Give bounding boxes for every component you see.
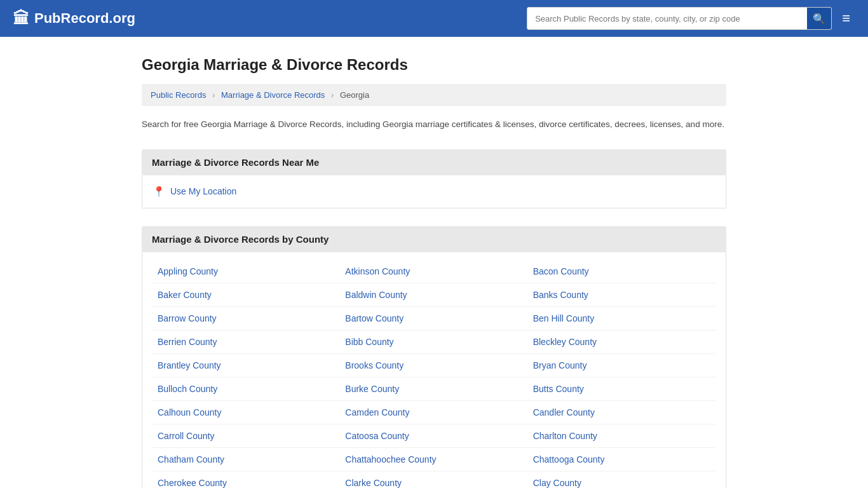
- county-cell: Clay County: [528, 471, 715, 488]
- county-row: Chatham CountyChattahoochee CountyChatto…: [153, 448, 715, 471]
- county-link[interactable]: Ben Hill County: [533, 313, 595, 323]
- near-me-content: 📍 Use My Location: [142, 175, 726, 208]
- page-title: Georgia Marriage & Divorce Records: [142, 56, 726, 74]
- county-cell: Bibb County: [340, 330, 527, 353]
- near-me-section-header: Marriage & Divorce Records Near Me: [142, 149, 726, 175]
- breadcrumb-georgia: Georgia: [340, 90, 369, 100]
- county-link[interactable]: Brooks County: [345, 360, 403, 370]
- hamburger-button[interactable]: ≡: [837, 8, 855, 29]
- county-section: Marriage & Divorce Records by County App…: [142, 226, 726, 488]
- county-cell: Bacon County: [528, 260, 715, 283]
- county-link[interactable]: Chatham County: [158, 454, 224, 464]
- county-cell: Calhoun County: [153, 401, 340, 424]
- county-row: Baker CountyBaldwin CountyBanks County: [153, 283, 715, 307]
- county-cell: Carroll County: [153, 424, 340, 447]
- county-cell: Barrow County: [153, 307, 340, 330]
- county-cell: Chattooga County: [528, 448, 715, 471]
- county-cell: Cherokee County: [153, 471, 340, 488]
- county-cell: Baldwin County: [340, 283, 527, 306]
- main-content: Georgia Marriage & Divorce Records Publi…: [129, 37, 739, 488]
- county-cell: Candler County: [528, 401, 715, 424]
- hamburger-icon: ≡: [842, 10, 850, 26]
- county-cell: Brantley County: [153, 354, 340, 377]
- county-cell: Burke County: [340, 377, 527, 400]
- county-cell: Bleckley County: [528, 330, 715, 353]
- county-link[interactable]: Brantley County: [158, 360, 221, 370]
- county-cell: Bartow County: [340, 307, 527, 330]
- county-cell: Brooks County: [340, 354, 527, 377]
- county-row: Berrien CountyBibb CountyBleckley County: [153, 330, 715, 354]
- county-link[interactable]: Bartow County: [345, 313, 403, 323]
- county-link[interactable]: Berrien County: [158, 337, 217, 347]
- site-logo[interactable]: 🏛 PubRecord.org: [13, 9, 135, 29]
- county-cell: Appling County: [153, 260, 340, 283]
- county-link[interactable]: Barrow County: [158, 313, 217, 323]
- county-cell: Ben Hill County: [528, 307, 715, 330]
- county-cell: Baker County: [153, 283, 340, 306]
- county-link[interactable]: Charlton County: [533, 431, 597, 441]
- county-cell: Banks County: [528, 283, 715, 306]
- logo-text: PubRecord.org: [34, 10, 135, 27]
- county-row: Bulloch CountyBurke CountyButts County: [153, 377, 715, 401]
- county-link[interactable]: Chattooga County: [533, 454, 605, 464]
- county-cell: Butts County: [528, 377, 715, 400]
- breadcrumb-sep-1: ›: [212, 90, 215, 100]
- county-link[interactable]: Cherokee County: [158, 478, 227, 488]
- county-link[interactable]: Baker County: [158, 290, 212, 300]
- county-link[interactable]: Carroll County: [158, 431, 214, 441]
- county-link[interactable]: Bryan County: [533, 360, 587, 370]
- breadcrumb: Public Records › Marriage & Divorce Reco…: [142, 84, 726, 106]
- county-link[interactable]: Camden County: [345, 407, 409, 417]
- county-grid: Appling CountyAtkinson CountyBacon Count…: [142, 252, 726, 488]
- use-location-label: Use My Location: [170, 186, 236, 196]
- county-cell: Charlton County: [528, 424, 715, 447]
- county-link[interactable]: Butts County: [533, 384, 584, 394]
- breadcrumb-public-records[interactable]: Public Records: [151, 90, 206, 100]
- page-description: Search for free Georgia Marriage & Divor…: [142, 118, 726, 132]
- county-link[interactable]: Clay County: [533, 478, 581, 488]
- county-link[interactable]: Clarke County: [345, 478, 402, 488]
- logo-icon: 🏛: [13, 9, 29, 29]
- breadcrumb-marriage-divorce[interactable]: Marriage & Divorce Records: [221, 90, 325, 100]
- county-row: Barrow CountyBartow CountyBen Hill Count…: [153, 307, 715, 330]
- search-input[interactable]: [527, 14, 807, 24]
- county-link[interactable]: Calhoun County: [158, 407, 221, 417]
- county-row: Appling CountyAtkinson CountyBacon Count…: [153, 260, 715, 283]
- county-cell: Bryan County: [528, 354, 715, 377]
- county-link[interactable]: Appling County: [158, 266, 218, 276]
- county-row: Cherokee CountyClarke CountyClay County: [153, 471, 715, 488]
- county-link[interactable]: Burke County: [345, 384, 399, 394]
- county-cell: Berrien County: [153, 330, 340, 353]
- county-link[interactable]: Bulloch County: [158, 384, 217, 394]
- county-cell: Clarke County: [340, 471, 527, 488]
- site-header: 🏛 PubRecord.org 🔍 ≡: [0, 0, 868, 37]
- search-button[interactable]: 🔍: [807, 7, 831, 30]
- county-cell: Camden County: [340, 401, 527, 424]
- county-cell: Bulloch County: [153, 377, 340, 400]
- near-me-section: Marriage & Divorce Records Near Me 📍 Use…: [142, 149, 726, 208]
- county-cell: Chattahoochee County: [340, 448, 527, 471]
- header-right: 🔍 ≡: [527, 7, 855, 30]
- county-cell: Chatham County: [153, 448, 340, 471]
- county-link[interactable]: Catoosa County: [345, 431, 409, 441]
- county-link[interactable]: Bleckley County: [533, 337, 597, 347]
- county-link[interactable]: Chattahoochee County: [345, 454, 436, 464]
- county-link[interactable]: Candler County: [533, 407, 595, 417]
- county-link[interactable]: Bibb County: [345, 337, 393, 347]
- breadcrumb-sep-2: ›: [331, 90, 334, 100]
- search-icon: 🔍: [813, 13, 825, 25]
- county-cell: Atkinson County: [340, 260, 527, 283]
- county-row: Calhoun CountyCamden CountyCandler Count…: [153, 401, 715, 424]
- county-link[interactable]: Banks County: [533, 290, 588, 300]
- location-pin-icon: 📍: [153, 186, 165, 198]
- county-link[interactable]: Bacon County: [533, 266, 589, 276]
- county-link[interactable]: Atkinson County: [345, 266, 410, 276]
- county-cell: Catoosa County: [340, 424, 527, 447]
- county-link[interactable]: Baldwin County: [345, 290, 407, 300]
- search-bar: 🔍: [527, 7, 832, 30]
- county-section-header: Marriage & Divorce Records by County: [142, 226, 726, 252]
- use-location-button[interactable]: 📍 Use My Location: [153, 186, 715, 198]
- county-row: Brantley CountyBrooks CountyBryan County: [153, 354, 715, 377]
- county-row: Carroll CountyCatoosa CountyCharlton Cou…: [153, 424, 715, 448]
